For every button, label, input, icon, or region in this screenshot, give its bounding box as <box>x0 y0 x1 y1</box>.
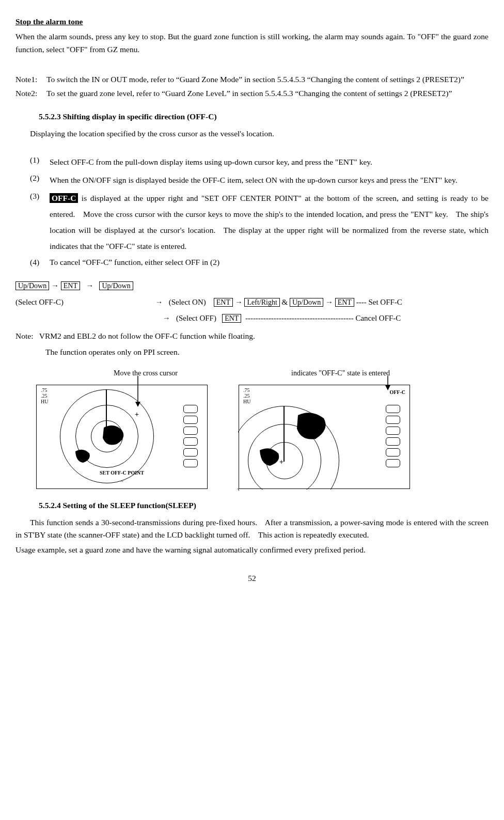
cancel-offc-label: ----------------------------------------… <box>245 314 401 322</box>
note-text-2: The function operates only on PPI screen… <box>45 346 489 359</box>
softkey-stack <box>183 405 198 470</box>
page-number: 52 <box>15 572 489 585</box>
offc-badge: OFF-C <box>50 193 78 203</box>
arrow-icon: → <box>155 298 163 306</box>
svg-marker-1 <box>135 402 140 407</box>
select-off-label: (Select OFF) <box>176 314 216 322</box>
step-text: Select OFF-C from the pull-down display … <box>50 154 489 170</box>
cross-cursor-icon: + <box>81 451 85 463</box>
key-updown: Up/Down <box>99 281 133 290</box>
sec-5523-intro: Displaying the location specified by the… <box>30 128 489 140</box>
sec-5523-title: 5.5.2.3 Shifting display in specific dir… <box>39 111 489 123</box>
arrow-icon: → <box>235 298 243 306</box>
arrow-icon: → <box>51 281 59 290</box>
step-1: (1) Select OFF-C from the pull-down disp… <box>30 154 489 170</box>
pointer-arrow-icon <box>385 376 395 390</box>
note1-label: Note1: <box>15 73 46 86</box>
note2-label: Note2: <box>15 87 46 100</box>
note-label: Note: <box>15 332 33 340</box>
key-ent: ENT <box>222 314 241 323</box>
step-num: (1) <box>30 154 50 170</box>
key-leftright: Left/Right <box>244 298 279 307</box>
select-on-label: (Select ON) <box>169 298 206 306</box>
diagram-label-left: Move the cross cursor <box>114 368 178 379</box>
sec-5524-p2: Usage example, set a guard zone and have… <box>15 544 489 557</box>
radar-corner-info: .75 .25 HU <box>243 387 250 404</box>
pointer-arrow-icon <box>135 376 145 407</box>
sec-5524-p1: This function sends a 30-second-transmis… <box>15 516 489 542</box>
arrow-icon: → <box>86 281 93 290</box>
step-4: (4) To cancel “OFF-C” function, either s… <box>30 256 489 269</box>
step-text: To cancel “OFF-C” function, either selec… <box>50 256 489 269</box>
radar-target-blob <box>292 409 333 444</box>
amp-label: & <box>282 298 288 306</box>
tilde-label: ~ <box>120 478 123 484</box>
key-updown: Up/Down <box>15 281 49 290</box>
step-text: When the ON/OFF sign is displayed beside… <box>50 172 489 188</box>
step-2: (2) When the ON/OFF sign is displayed be… <box>30 172 489 188</box>
key-updown: Up/Down <box>290 298 323 307</box>
note1-row: Note1: To switch the IN or OUT mode, ref… <box>15 73 489 86</box>
softkey-stack <box>386 405 400 470</box>
select-offc-label: (Select OFF-C) <box>15 298 64 306</box>
step-text: OFF-C is displayed at the upper right an… <box>50 190 489 254</box>
note-followup: Note: VRM2 and EBL2 do not follow the OF… <box>15 330 489 343</box>
note2-row: Note2: To set the guard zone level, refe… <box>15 87 489 100</box>
set-offc-label: ---- Set OFF-C <box>356 298 402 306</box>
key-ent: ENT <box>335 298 354 307</box>
step-3: (3) OFF-C is displayed at the upper righ… <box>30 190 489 254</box>
arrow-icon: → <box>163 314 170 322</box>
radar-corner-info: .75 .25 HU <box>41 387 48 404</box>
diagram-label-right: indicates "OFF-C" state is entered <box>291 368 390 379</box>
radar-left: .75 .25 HU + + SET OFF-C POINT ~ <box>36 385 208 489</box>
key-ent: ENT <box>61 281 80 290</box>
svg-marker-3 <box>385 385 390 390</box>
cross-cursor-icon: + <box>135 409 139 420</box>
stop-alarm-text: When the alarm sounds, press any key to … <box>15 30 489 56</box>
set-offc-point-label: SET OFF-C POINT <box>100 470 144 476</box>
step3-rest: is displayed at the upper right and "SET… <box>50 194 489 250</box>
key-ent: ENT <box>214 298 233 307</box>
cross-cursor-icon: + <box>279 456 284 468</box>
step-num: (4) <box>30 256 50 269</box>
stop-alarm-heading: Stop the alarm tone <box>15 15 489 28</box>
step-num: (2) <box>30 172 50 188</box>
note2-text: To set the guard zone level, refer to “G… <box>46 87 489 100</box>
note1-text: To switch the IN or OUT mode, refer to “… <box>46 73 489 86</box>
note-text-1: VRM2 and EBL2 do not follow the OFF-C fu… <box>39 332 255 340</box>
diagram-labels-row: Move the cross cursor indicates "OFF-C" … <box>36 368 489 379</box>
key-sequence: Up/Down → ENT → Up/Down (Select OFF-C) →… <box>15 278 489 327</box>
step-num: (3) <box>30 190 50 254</box>
diagrams-row: .75 .25 HU + + SET OFF-C POINT ~ <box>36 385 489 489</box>
radar-right: .75 .25 HU OFF-C + <box>239 385 410 489</box>
arrow-icon: → <box>325 298 333 306</box>
radar-target-blob <box>99 422 130 449</box>
